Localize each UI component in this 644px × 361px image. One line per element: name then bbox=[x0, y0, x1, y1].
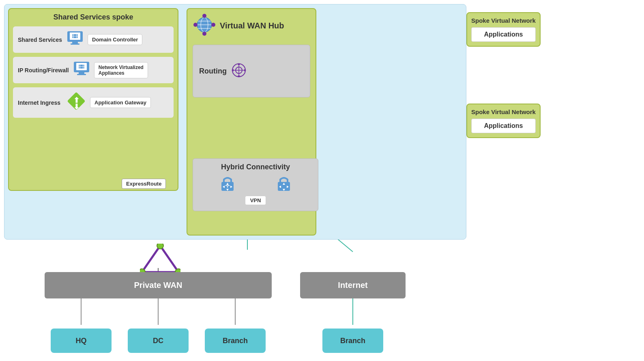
dc-node: DC bbox=[128, 329, 189, 353]
spoke-vnet-2: Spoke Virtual Network Applications bbox=[466, 104, 541, 138]
shared-services-label: Shared Services bbox=[18, 37, 62, 43]
nva-box: Network VirtualizedAppliances bbox=[94, 62, 148, 78]
spoke-vnet-1-app: Applications bbox=[471, 27, 536, 42]
app-gateway-box: Application Gateway bbox=[90, 97, 151, 108]
hybrid-connectivity-title: Hybrid Connectivity bbox=[199, 163, 312, 171]
lock-move-icon-left: ✛ bbox=[219, 175, 236, 193]
svg-point-35 bbox=[202, 14, 206, 18]
vwan-hub-header: Virtual WAN Hub bbox=[187, 9, 316, 43]
svg-point-59 bbox=[157, 244, 163, 249]
internet-label: Internet bbox=[338, 281, 367, 290]
hq-label: HQ bbox=[76, 337, 87, 345]
diamond-icon: ⬆ ⬇ bbox=[67, 91, 86, 114]
svg-marker-58 bbox=[142, 246, 178, 272]
branch-node: Branch bbox=[205, 329, 266, 353]
spoke-vnets-container: Spoke Virtual Network Applications Spoke… bbox=[466, 12, 541, 145]
spoke-vnet-1-title: Spoke Virtual Network bbox=[471, 17, 536, 24]
computer-icon-1 bbox=[67, 30, 84, 49]
svg-text:⬇: ⬇ bbox=[73, 103, 79, 111]
svg-point-37 bbox=[211, 23, 215, 27]
expressroute-icon bbox=[140, 244, 180, 276]
spoke-vnet-1: Spoke Virtual Network Applications bbox=[466, 12, 541, 47]
shared-services-spoke: Shared Services spoke Shared Services Do… bbox=[8, 8, 178, 191]
spoke-vnet-2-app: Applications bbox=[471, 119, 536, 133]
hybrid-connectivity-box: Hybrid Connectivity ✛ bbox=[193, 158, 318, 211]
svg-point-36 bbox=[193, 23, 197, 27]
internet-box: Internet bbox=[300, 272, 406, 298]
private-wan-label: Private WAN bbox=[134, 281, 182, 290]
shared-services-spoke-title: Shared Services spoke bbox=[13, 13, 174, 22]
branch-label: Branch bbox=[223, 337, 248, 345]
vpn-box: VPN bbox=[245, 196, 266, 205]
dc-label: DC bbox=[153, 337, 163, 345]
ip-routing-icon bbox=[231, 62, 247, 80]
private-wan-box: Private WAN bbox=[45, 272, 272, 298]
svg-point-38 bbox=[202, 32, 206, 36]
spoke-vnet-2-title: Spoke Virtual Network bbox=[471, 108, 536, 115]
lock-move-icon-right bbox=[275, 175, 292, 193]
internet-ingress-row: Internet Ingress ⬆ ⬇ Application Gateway bbox=[13, 87, 174, 118]
svg-rect-21 bbox=[79, 72, 84, 74]
ip-routing-label: IP Routing/Firewall bbox=[18, 67, 69, 73]
routing-box: Routing bbox=[193, 45, 310, 97]
internet-branch-label: Branch bbox=[340, 337, 365, 345]
expressroute-label: ExpressRoute bbox=[122, 179, 166, 189]
svg-rect-14 bbox=[71, 43, 79, 45]
vwan-title: Virtual WAN Hub bbox=[220, 21, 284, 30]
computer-icon-2 bbox=[73, 61, 90, 79]
routing-label: Routing bbox=[199, 67, 227, 76]
svg-rect-13 bbox=[72, 42, 78, 43]
globe-icon bbox=[193, 14, 216, 38]
internet-ingress-label: Internet Ingress bbox=[18, 99, 62, 106]
svg-rect-22 bbox=[77, 74, 86, 75]
shared-services-row: Shared Services Domain Controller bbox=[13, 26, 174, 53]
hybrid-icons: ✛ bbox=[199, 175, 312, 193]
hq-node: HQ bbox=[51, 329, 112, 353]
ip-routing-row: IP Routing/Firewall Network VirtualizedA… bbox=[13, 57, 174, 83]
domain-controller-box: Domain Controller bbox=[88, 34, 142, 45]
internet-branch-node: Branch bbox=[322, 329, 383, 353]
